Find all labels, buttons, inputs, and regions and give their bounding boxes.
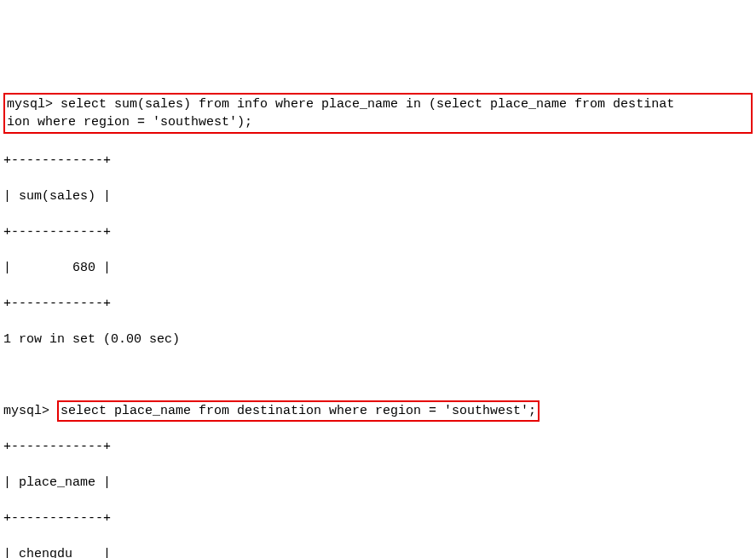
mysql-terminal[interactable]: mysql> select sum(sales) from info where… (3, 75, 753, 558)
result2-row1: | chengdu | (3, 545, 753, 558)
result1-border-bot: +------------+ (3, 295, 753, 313)
result1-value: | 680 | (3, 259, 753, 277)
highlighted-query-2: select place_name from destination where… (57, 400, 540, 422)
result2-border-top: +------------+ (3, 438, 753, 456)
result1-header: | sum(sales) | (3, 187, 753, 205)
result1-border-mid: +------------+ (3, 223, 753, 241)
result1-footer: 1 row in set (0.00 sec) (3, 331, 753, 348)
mysql-prompt: mysql> (7, 97, 61, 112)
highlighted-query-1: mysql> select sum(sales) from info where… (3, 93, 753, 134)
result2-header: | place_name | (3, 474, 753, 492)
mysql-prompt: mysql> (3, 404, 57, 418)
query1-line2: ion where region = 'southwest'); (7, 113, 749, 131)
query1-line1: select sum(sales) from info where place_… (61, 97, 674, 112)
result2-border-mid: +------------+ (3, 509, 753, 527)
result1-border-top: +------------+ (3, 152, 753, 170)
